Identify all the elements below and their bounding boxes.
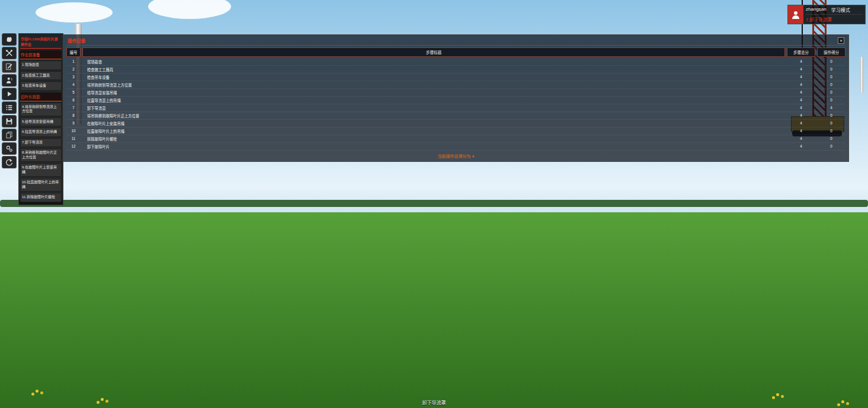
table-row: 5 给导流罩安装吊绳 4 0 <box>66 89 845 97</box>
row-step-total: 4 <box>787 135 815 142</box>
row-number: 3 <box>66 74 81 81</box>
step-item[interactable]: 5.给导流罩安装吊绳 <box>20 117 62 127</box>
row-number: 5 <box>66 89 81 96</box>
save-button[interactable] <box>2 115 17 128</box>
step-item[interactable]: 10.拉直故障叶片上的吊绳 <box>20 178 62 192</box>
table-row: 8 将吊钩移到故障叶片正上方位置 4 0 <box>66 112 845 120</box>
gears-icon <box>5 145 13 152</box>
row-step-score: 0 <box>817 66 845 73</box>
step-item[interactable]: 2.检查施工工器具 <box>20 71 62 81</box>
step-item[interactable]: 8.吊钩移到故障叶片正上方位置 <box>20 148 62 162</box>
row-number: 12 <box>66 143 81 150</box>
step-item[interactable]: 6.拉直导流罩上的吊绳 <box>20 128 62 137</box>
table-row: 6 拉直导流罩上的吊绳 4 0 <box>66 97 845 104</box>
row-step-total: 4 <box>787 58 815 65</box>
row-step-total: 4 <box>787 128 815 135</box>
close-icon <box>840 38 843 43</box>
records-button[interactable] <box>2 129 17 141</box>
total-score-footer: 当前操作总得分为 4 <box>66 151 845 160</box>
person-rotate-icon <box>5 76 13 84</box>
col-header-total: 步骤总分 <box>787 47 815 57</box>
play-button[interactable] <box>2 88 17 100</box>
operation-record-title: 操作记录 <box>68 37 85 44</box>
step-item[interactable]: 3.检查吊车设备 <box>20 81 62 91</box>
row-step-score: 0 <box>817 112 845 119</box>
row-step-title: 拆除故障叶片螺栓 <box>82 135 785 142</box>
undo-icon <box>5 158 13 166</box>
row-number: 1 <box>66 58 81 65</box>
list-icon <box>5 104 13 111</box>
row-number: 7 <box>66 104 81 111</box>
col-header-title: 步骤标题 <box>82 47 785 57</box>
table-row: 2 检查施工工器具 4 0 <box>66 66 845 74</box>
table-header-row: 编号 步骤标题 步骤总分 操作得分 <box>66 47 845 57</box>
step-item[interactable]: 1.现场勘查 <box>20 60 62 70</box>
row-step-title: 将吊钩移到故障叶片正上方位置 <box>82 112 785 119</box>
character-button[interactable] <box>2 74 17 87</box>
username: zhangsan <box>806 7 827 13</box>
row-step-score: 0 <box>817 143 845 150</box>
table-row: 1 现场勘查 4 0 <box>66 58 845 66</box>
user-info-box: zhangsan 学习模式 7.卸下导流罩 <box>787 5 866 24</box>
step-item[interactable]: 9.在故障叶片上安装吊绳 <box>20 163 62 177</box>
table-row: 3 检查吊车设备 4 0 <box>66 74 845 81</box>
list-button[interactable] <box>2 101 17 114</box>
row-step-score: 4 <box>817 104 845 111</box>
current-step-caption: 卸下导流罩 <box>0 399 868 406</box>
table-row: 9 在故障叶片上安装吊绳 4 0 <box>66 120 845 128</box>
row-step-score: 0 <box>817 97 845 104</box>
row-step-score: 0 <box>817 58 845 65</box>
flowers-graphic <box>776 393 779 396</box>
table-row: 11 拆除故障叶片螺栓 4 0 <box>66 135 845 143</box>
step-item[interactable]: 11.拆除故障叶片螺栓 <box>20 193 62 202</box>
table-row: 10 拉直故障叶片上的吊绳 4 0 <box>66 128 845 135</box>
row-step-total: 4 <box>787 89 815 96</box>
undo-button[interactable] <box>2 156 17 168</box>
row-number: 8 <box>66 112 81 119</box>
table-row: 4 将吊钩转到导流罩上方位置 4 0 <box>66 81 845 89</box>
edit-note-icon <box>5 63 13 71</box>
operation-record-panel: 操作记录 编号 步骤标题 步骤总分 操作得分 1 现场勘查 4 <box>63 34 849 162</box>
row-step-total: 4 <box>787 143 815 150</box>
row-step-total: 4 <box>787 81 815 88</box>
col-header-score: 操作得分 <box>817 47 845 57</box>
row-step-score: 0 <box>817 128 845 135</box>
row-step-title: 卸下导流罩 <box>82 104 785 111</box>
scene-3d-site[interactable]: 华锐FL1500风机叶片更换作业 作业前准备 1.现场勘查2.检查施工工器具3.… <box>0 0 868 408</box>
row-step-score: 0 <box>817 89 845 96</box>
flowers-graphic <box>36 390 39 393</box>
play-icon <box>5 90 13 98</box>
cloud-graphic <box>148 0 231 19</box>
treeline-graphic <box>0 200 868 207</box>
row-step-total: 4 <box>787 112 815 119</box>
current-step-label: 7.卸下导流罩 <box>806 15 863 23</box>
settings-button[interactable] <box>2 142 17 155</box>
toolbar-icon-column <box>2 33 17 168</box>
tools-button[interactable] <box>2 47 17 59</box>
row-step-title: 将吊钩转到导流罩上方位置 <box>82 81 785 88</box>
row-step-title: 拉直故障叶片上的吊绳 <box>82 128 785 135</box>
row-number: 11 <box>66 135 81 142</box>
record-close-button[interactable] <box>838 37 844 44</box>
row-step-title: 给导流罩安装吊绳 <box>82 89 785 96</box>
steps-button[interactable] <box>2 60 17 73</box>
step-item[interactable]: 7.卸下导流罩 <box>20 138 62 148</box>
row-step-title: 在故障叶片上安装吊绳 <box>82 120 785 127</box>
row-step-score: 0 <box>817 120 845 127</box>
row-step-title: 现场勘查 <box>82 58 785 65</box>
step-item[interactable]: 4.将吊钩转到导流罩上方位置 <box>20 103 62 116</box>
step-list-panel: 华锐FL1500风机叶片更换作业 作业前准备 1.现场勘查2.检查施工工器具3.… <box>18 33 63 205</box>
row-number: 4 <box>66 81 81 88</box>
screenshot-grid: 风力发电机组运检三维仿真培训系统 FL1500型风力机组叶片更换作业 学习模式练… <box>0 0 868 408</box>
toolbag-button[interactable] <box>2 33 17 46</box>
row-step-score: 0 <box>817 74 845 81</box>
table-row: 7 卸下导流罩 4 4 <box>66 104 845 112</box>
save-icon <box>5 117 13 125</box>
row-number: 2 <box>66 66 81 73</box>
row-step-total: 4 <box>787 74 815 81</box>
row-step-title: 卸下故障叶片 <box>82 143 785 150</box>
row-step-total: 4 <box>787 104 815 111</box>
person-icon <box>791 10 800 20</box>
crossed-tools-icon <box>5 49 13 57</box>
cloud-graphic <box>36 2 113 23</box>
